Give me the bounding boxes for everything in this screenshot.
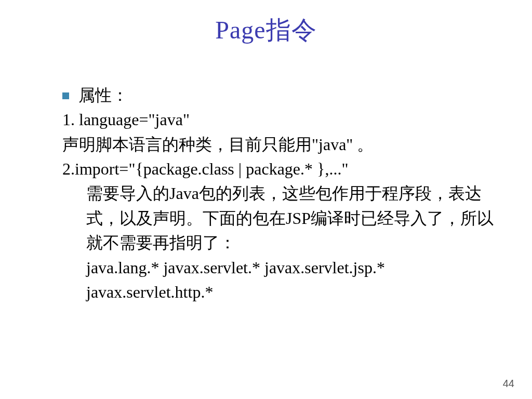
- page-number: 44: [503, 378, 514, 390]
- slide: Page指令 属性： 1. language="java" 声明脚本语言的种类，…: [0, 0, 532, 399]
- bullet-item: 属性：: [62, 83, 499, 108]
- slide-title: Page指令: [0, 0, 532, 47]
- text-line-3: 2.import="{package.class | package.* },.…: [62, 157, 499, 181]
- text-line-2: 声明脚本语言的种类，目前只能用"java" 。: [62, 132, 499, 157]
- slide-content: 属性： 1. language="java" 声明脚本语言的种类，目前只能用"j…: [62, 83, 499, 304]
- square-bullet-icon: [62, 92, 69, 99]
- bullet-label: 属性：: [78, 83, 128, 108]
- text-line-1: 1. language="java": [62, 108, 499, 132]
- text-line-5: java.lang.* javax.servlet.* javax.servle…: [62, 256, 499, 305]
- text-line-4: 需要导入的Java包的列表，这些包作用于程序段，表达式，以及声明。下面的包在JS…: [62, 181, 499, 255]
